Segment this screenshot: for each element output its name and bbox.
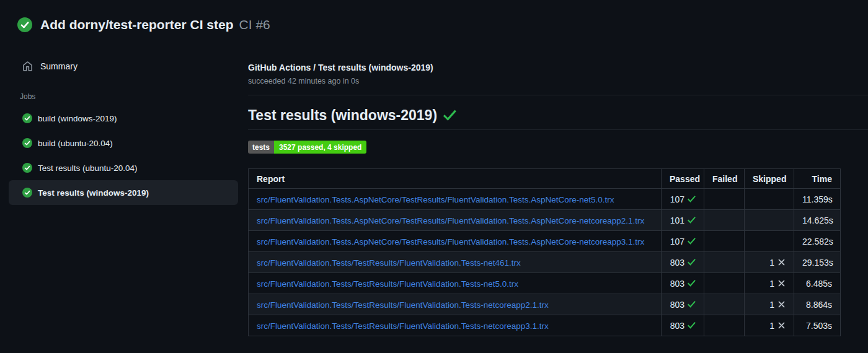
main-content: GitHub Actions / Test results (windows-2… xyxy=(248,54,868,353)
time-value: 22.582s xyxy=(794,231,841,252)
passed-count: 107 xyxy=(670,194,684,204)
sidebar-item-job-2[interactable]: Test results (ubuntu-20.04) xyxy=(9,155,238,180)
section-title-row: Test results (windows-2019) xyxy=(248,107,868,124)
test-results-table: Report Passed Failed Skipped Time src/Fl… xyxy=(248,168,841,336)
passed-count: 803 xyxy=(670,279,684,289)
check-icon xyxy=(688,195,696,203)
divider xyxy=(248,129,868,130)
run-title: Add dorny/test-reporter CI step xyxy=(40,17,234,32)
check-icon xyxy=(688,300,696,308)
sidebar: Summary Jobs build (windows-2019) build … xyxy=(0,54,248,353)
time-value: 8.864s xyxy=(794,294,841,315)
skipped-count: 1 xyxy=(769,300,774,310)
badge-label: tests xyxy=(248,141,274,154)
job-label: Test results (ubuntu-20.04) xyxy=(38,163,138,173)
time-value: 11.359s xyxy=(794,189,841,210)
passed-count: 803 xyxy=(670,300,684,310)
summary-label: Summary xyxy=(40,61,78,71)
time-value: 7.503s xyxy=(794,315,841,336)
jobs-heading: Jobs xyxy=(20,92,248,101)
check-circle-icon xyxy=(22,138,32,148)
report-link[interactable]: src/FluentValidation.Tests.AspNetCore/Te… xyxy=(257,237,644,246)
table-row: src/FluentValidation.Tests/TestResults/F… xyxy=(249,273,841,294)
report-link[interactable]: src/FluentValidation.Tests/TestResults/F… xyxy=(257,321,549,331)
check-run-title: GitHub Actions / Test results (windows-2… xyxy=(248,63,868,72)
job-label: build (ubuntu-20.04) xyxy=(38,139,113,148)
check-circle-icon xyxy=(22,163,32,173)
check-icon xyxy=(688,258,696,266)
sidebar-item-job-1[interactable]: build (ubuntu-20.04) xyxy=(9,131,238,155)
skipped-count: 1 xyxy=(769,258,774,268)
check-icon xyxy=(688,279,696,287)
sidebar-item-summary[interactable]: Summary xyxy=(0,56,248,76)
report-link[interactable]: src/FluentValidation.Tests/TestResults/F… xyxy=(257,300,549,310)
success-check-icon xyxy=(443,109,456,122)
table-row: src/FluentValidation.Tests/TestResults/F… xyxy=(249,315,841,336)
passed-count: 803 xyxy=(670,321,684,331)
passed-count: 107 xyxy=(670,237,684,246)
run-ref: CI #6 xyxy=(239,17,270,32)
time-value: 29.153s xyxy=(794,252,841,273)
column-header-time: Time xyxy=(794,169,841,189)
column-header-skipped: Skipped xyxy=(745,169,794,189)
table-row: src/FluentValidation.Tests.AspNetCore/Te… xyxy=(249,231,841,252)
column-header-report: Report xyxy=(249,169,662,189)
sidebar-item-job-0[interactable]: build (windows-2019) xyxy=(9,106,238,131)
passed-count: 803 xyxy=(670,258,684,268)
table-row: src/FluentValidation.Tests.AspNetCore/Te… xyxy=(249,210,841,231)
check-icon xyxy=(688,321,696,329)
report-link[interactable]: src/FluentValidation.Tests.AspNetCore/Te… xyxy=(257,216,644,225)
column-header-passed: Passed xyxy=(662,169,704,189)
skipped-count: 1 xyxy=(769,279,774,289)
job-list: build (windows-2019) build (ubuntu-20.04… xyxy=(0,106,248,205)
home-icon xyxy=(22,61,33,72)
check-circle-icon xyxy=(22,113,32,123)
passed-count: 101 xyxy=(670,216,684,225)
table-row: src/FluentValidation.Tests/TestResults/F… xyxy=(249,294,841,315)
badge-value: 3527 passed, 4 skipped xyxy=(274,141,366,154)
x-icon xyxy=(777,300,786,308)
run-header: Add dorny/test-reporter CI step CI #6 xyxy=(17,17,270,32)
check-circle-icon xyxy=(22,188,32,198)
check-icon xyxy=(688,216,696,224)
report-link[interactable]: src/FluentValidation.Tests/TestResults/F… xyxy=(257,258,521,268)
skipped-count: 1 xyxy=(769,321,774,331)
table-header-row: Report Passed Failed Skipped Time xyxy=(249,169,841,189)
job-label: Test results (windows-2019) xyxy=(38,188,149,198)
time-value: 6.485s xyxy=(794,273,841,294)
x-icon xyxy=(777,258,786,266)
sidebar-item-job-3[interactable]: Test results (windows-2019) xyxy=(9,180,238,205)
report-link[interactable]: src/FluentValidation.Tests/TestResults/F… xyxy=(257,279,518,289)
table-row: src/FluentValidation.Tests.AspNetCore/Te… xyxy=(249,189,841,210)
column-header-failed: Failed xyxy=(704,169,745,189)
job-label: build (windows-2019) xyxy=(38,114,117,123)
table-row: src/FluentValidation.Tests/TestResults/F… xyxy=(249,252,841,273)
section-title: Test results (windows-2019) xyxy=(248,107,437,124)
report-link[interactable]: src/FluentValidation.Tests.AspNetCore/Te… xyxy=(257,195,614,204)
divider xyxy=(248,95,868,95)
time-value: 14.625s xyxy=(794,210,841,231)
x-icon xyxy=(777,321,786,329)
check-icon xyxy=(688,237,696,245)
x-icon xyxy=(777,279,786,287)
tests-badge[interactable]: tests 3527 passed, 4 skipped xyxy=(248,141,366,154)
check-run-status: succeeded 42 minutes ago in 0s xyxy=(248,77,868,85)
check-circle-icon xyxy=(17,17,32,32)
